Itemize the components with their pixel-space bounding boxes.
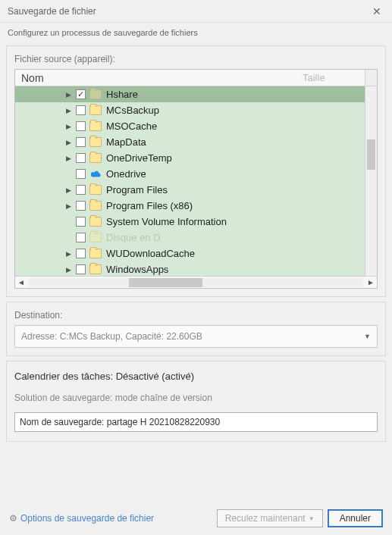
schedule-section: Calendrier des tâches: Désactivé (activé… [6,361,386,442]
scroll-thumb[interactable] [367,139,375,170]
expander-icon[interactable]: ▶ [64,154,73,163]
scroll-left-icon[interactable]: ◄ [15,278,27,286]
folder-icon [89,153,102,163]
tree-row[interactable]: ▶Hshare [15,86,365,102]
window-title: Sauvegarde de fichier [8,6,369,17]
col-size[interactable]: Taille [296,72,365,83]
expander-icon[interactable]: ▶ [64,265,73,274]
folder-icon [89,89,102,99]
schedule-label: Calendrier des tâches: Désactivé (activé… [14,371,378,382]
tree-row-label: System Volume Information [106,216,227,227]
scroll-head [365,70,377,86]
tree-row[interactable]: ▶WindowsApps [15,261,365,276]
tree-row-label: MCsBackup [106,105,159,116]
checkbox[interactable] [76,137,86,147]
tree-row-label: WindowsApps [106,264,168,275]
checkbox[interactable] [76,217,86,227]
tree-row[interactable]: Onedrive [15,166,365,182]
expander-icon [64,170,73,179]
source-label: Fichier source (appareil): [14,54,378,64]
options-label: Options de sauvegarde de fichier [20,513,154,524]
tree-row-label: Program Files [106,184,168,196]
tree-row-label: Hshare [106,89,138,100]
chevron-down-icon: ▼ [364,333,371,340]
hscroll-thumb[interactable] [129,278,202,287]
tree-row[interactable]: ▶OneDriveTemp [15,150,365,166]
tree-row[interactable]: System Volume Information [15,214,365,230]
tree-row[interactable]: ▶MapData [15,134,365,150]
folder-icon [89,105,102,115]
close-icon[interactable]: ✕ [369,4,384,19]
destination-value: Adresse: C:MCs Backup, Capacité: 22.60GB [21,331,202,342]
checkbox[interactable] [76,153,86,163]
folder-icon [89,233,102,242]
destination-section: Destination: Adresse: C:MCs Backup, Capa… [6,302,386,356]
tree-row-label: Disque en D [106,232,161,243]
checkbox[interactable] [76,185,86,195]
destination-select[interactable]: Adresse: C:MCs Backup, Capacité: 22.60GB… [14,325,378,348]
tree-row[interactable]: ▶Program Files [15,182,365,198]
backup-name-input[interactable] [14,412,378,432]
expander-icon[interactable]: ▶ [64,138,73,147]
cloud-icon [89,169,102,179]
tree-row-label: OneDriveTemp [106,152,172,164]
vertical-scrollbar[interactable] [365,86,377,276]
expander-icon[interactable]: ▶ [64,106,73,115]
tree-row[interactable]: ▶MCsBackup [15,102,365,118]
footer: ⚙ Options de sauvegarde de fichier Recul… [0,502,392,535]
checkbox[interactable] [76,233,86,242]
checkbox[interactable] [76,249,86,258]
folder-icon [89,185,102,195]
tree-row[interactable]: ▶WUDownloadCache [15,246,365,261]
folder-icon [89,137,102,147]
folder-icon [89,264,102,274]
folder-icon [89,249,102,258]
expander-icon[interactable]: ▶ [64,186,73,195]
cancel-button[interactable]: Annuler [328,509,383,527]
backup-now-button[interactable]: Reculez maintenant ▼ [217,509,323,527]
options-link[interactable]: ⚙ Options de sauvegarde de fichier [9,513,154,524]
horizontal-scrollbar[interactable]: ◄ ► [15,276,377,288]
tree-row-label: WUDownloadCache [106,248,195,259]
expander-icon[interactable]: ▶ [64,202,73,211]
solution-label: Solution de sauvegarde: mode chaîne de v… [14,393,378,403]
backup-now-label: Reculez maintenant [225,513,306,524]
tree-row[interactable]: ▶MSOCache [15,118,365,134]
tree-row-label: Onedrive [106,168,146,180]
source-tree: Nom Taille ▶Hshare▶MCsBackup▶MSOCache▶Ma… [14,69,378,289]
tree-body: ▶Hshare▶MCsBackup▶MSOCache▶MapData▶OneDr… [15,86,377,276]
destination-label: Destination: [14,310,378,321]
checkbox[interactable] [76,264,86,274]
checkbox[interactable] [76,169,86,179]
chevron-down-icon: ▼ [309,515,315,522]
hscroll-track[interactable] [29,278,363,287]
tree-row[interactable]: Disque en D [15,230,365,246]
tree-row-label: MSOCache [106,120,157,132]
expander-icon[interactable]: ▶ [64,90,73,99]
source-section: Fichier source (appareil): Nom Taille ▶H… [6,45,386,297]
gear-icon: ⚙ [9,513,17,524]
folder-icon [89,201,102,211]
checkbox[interactable] [76,105,86,115]
tree-row-label: MapData [106,136,146,148]
checkbox[interactable] [76,201,86,211]
folder-icon [89,217,102,227]
expander-icon[interactable]: ▶ [64,249,73,258]
expander-icon [64,217,73,227]
tree-row-label: Program Files (x86) [106,200,193,211]
folder-icon [89,121,102,131]
checkbox[interactable] [76,89,86,99]
window-subtitle: Configurez un processus de sauvegarde de… [0,23,392,41]
checkbox[interactable] [76,121,86,131]
tree-row[interactable]: ▶Program Files (x86) [15,198,365,214]
col-name[interactable]: Nom [15,72,296,84]
expander-icon[interactable]: ▶ [64,122,73,131]
tree-rows: ▶Hshare▶MCsBackup▶MSOCache▶MapData▶OneDr… [15,86,365,276]
tree-header: Nom Taille [15,70,377,86]
titlebar: Sauvegarde de fichier ✕ [0,0,392,23]
cancel-label: Annuler [340,513,371,524]
scroll-right-icon[interactable]: ► [365,278,377,286]
expander-icon [64,233,73,242]
